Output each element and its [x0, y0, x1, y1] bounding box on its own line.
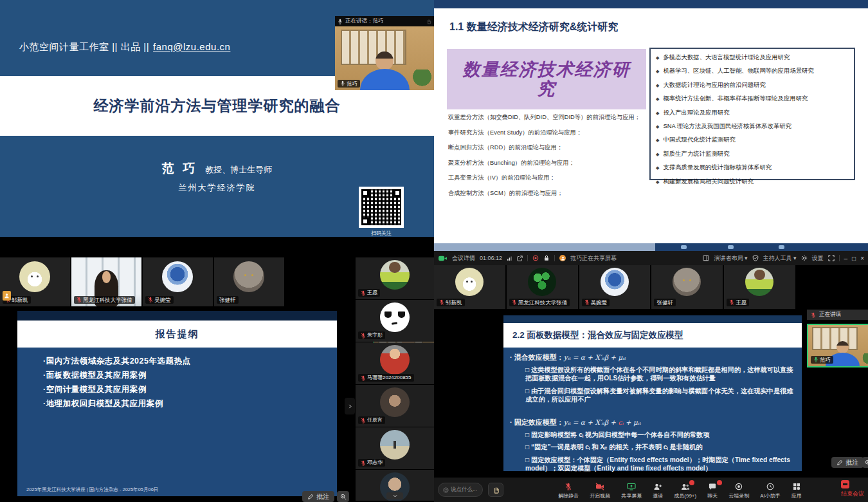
list-item: 工具变量方法（IV）的前沿理论与应用； — [448, 174, 646, 182]
participant-name: 邹新凯 — [12, 297, 28, 303]
slide-heading: 报告提纲 — [17, 321, 337, 348]
participant-name: 朱宇彤 — [367, 332, 383, 339]
meeting-control-bar: 说点什么... 解除静音 开启视频 共享屏幕 邀请 — [434, 478, 868, 502]
slide-heading: 1.1 数量经济技术经济研究&统计研究 — [434, 8, 868, 46]
meeting-info-button[interactable]: 会议详情 — [452, 254, 475, 263]
open-window-icon[interactable] — [517, 256, 523, 261]
list-item: 概率统计方法创新、非概率样本推断等理论及应用研究 — [663, 95, 808, 103]
workshop-credit-text: 小范空间计量工作室 || 出品 || — [19, 41, 149, 52]
mic-muted-icon — [439, 299, 444, 305]
participant-name: 黑龙江科技大学张倩 — [83, 297, 132, 303]
participant-tile[interactable]: 马珊珊2024200855 — [356, 342, 434, 384]
participant-tile[interactable]: 吴婉莹 — [579, 265, 651, 309]
slide-top-bar — [17, 311, 337, 321]
list-item: 双重差分方法（如交叠DID、队列DID、空间DID等）的前沿理论与应用； — [448, 113, 646, 122]
slide-top-bar — [434, 0, 868, 8]
avatar — [380, 430, 410, 460]
participant-tile-active-speaker[interactable]: 范巧 — [807, 324, 868, 367]
list-item: 聚束分析方法（Bunching）的前沿理论与应用； — [448, 159, 646, 167]
participant-name: 邹新凯 — [446, 299, 462, 306]
zoom-button[interactable] — [862, 457, 868, 468]
recording-icon[interactable] — [532, 255, 539, 261]
quick-chat-input[interactable]: 说点什么... — [438, 483, 483, 497]
participant-tile[interactable]: 朱宇彤 — [356, 300, 434, 342]
raise-hand-icon[interactable] — [426, 19, 431, 24]
mic-muted-icon — [729, 299, 734, 305]
participant-tile[interactable]: 王愿 — [356, 257, 434, 299]
participant-tile[interactable]: 任辰宵 — [356, 385, 434, 427]
share-screen-button[interactable]: 共享屏幕 — [621, 482, 642, 499]
unmute-button[interactable]: 解除静音 — [558, 482, 579, 499]
participant-filmstrip: 邹新凯 范巧 黑龙江科技大学张倩 吴婉莹 张健轩 王愿 — [434, 265, 868, 309]
lock-icon[interactable] — [543, 255, 550, 261]
quadrant-meeting-window: 会议详情 01:06:12 范巧正在共享屏幕 演讲者布局 ▾ 主持人工具 ▾ 设… — [434, 251, 868, 502]
list-item: ·空间计量模型及其应用案例 — [43, 383, 330, 397]
collapse-filmstrip-button[interactable] — [386, 492, 403, 499]
participant-tile[interactable]: 邹新凯 — [434, 265, 505, 309]
members-button[interactable]: 成员(99+) — [674, 482, 696, 499]
speaking-indicator: 正在讲话 — [807, 310, 868, 320]
participant-tile[interactable]: 黑龙江科技大学张倩 — [71, 257, 141, 306]
participant-name: 吴婉莹 — [591, 299, 608, 306]
mic-muted-icon — [361, 375, 366, 381]
participant-name: 范巧 — [347, 80, 357, 87]
apps-button[interactable]: 应用 — [791, 482, 802, 499]
email-link[interactable]: fanq@lzu.edu.cn — [153, 41, 230, 52]
end-meeting-icon — [841, 480, 849, 488]
participant-tile[interactable]: 王愿 — [724, 265, 795, 309]
participant-name: 黑龙江科技大学张倩 — [518, 299, 568, 306]
cloud-record-button[interactable]: 云端录制 — [728, 482, 749, 499]
next-slide-peek — [434, 243, 868, 251]
annotate-button[interactable]: 批注 — [831, 457, 863, 468]
ai-assistant-button[interactable]: AI小助手 — [760, 482, 781, 499]
gear-icon — [801, 255, 808, 261]
participant-name: 范巧 — [820, 357, 831, 363]
settings-button[interactable]: 设置 — [812, 254, 824, 263]
shared-slide: 报告提纲 ·国内方法领域杂志及其2025年选题热点 ·面板数据模型及其应用案例 … — [17, 311, 337, 496]
mic-muted-icon — [361, 333, 366, 339]
list-item: 多模态大数据、大语言模型统计理论及应用研究 — [663, 53, 790, 62]
fullscreen-icon[interactable] — [828, 255, 835, 261]
list-item: 支撑高质量发展的统计指标核算体系研究 — [663, 163, 772, 172]
people-icon — [681, 482, 690, 491]
list-item: 断点回归方法（RDD）的前沿理论与应用； — [448, 144, 646, 152]
reaction-button[interactable] — [488, 483, 503, 497]
mixed-model-line: · 混合效应模型：yᵢₜ = α + X′ᵢₜβ + μᵢₜ — [510, 353, 794, 362]
start-video-button[interactable]: 开启视频 — [590, 482, 610, 499]
speaker-title: 教授、博士生导师 — [205, 165, 272, 174]
participant-tile[interactable]: 张健轩 — [651, 265, 723, 309]
participant-tile[interactable]: 邓志华 — [356, 427, 434, 469]
participant-tile[interactable]: 吴婉莹 — [143, 257, 213, 306]
close-button[interactable]: × — [860, 255, 864, 262]
end-meeting-button[interactable]: 结束会议 — [841, 480, 868, 498]
minimize-button[interactable]: – — [844, 255, 848, 262]
expand-filmstrip-button[interactable] — [345, 398, 355, 414]
mic-muted-icon — [77, 297, 82, 302]
invite-button[interactable]: 邀请 — [653, 482, 663, 499]
participant-tile[interactable]: 黑龙江科技大学张倩 — [507, 265, 578, 309]
chat-button[interactable]: 聊天 — [707, 482, 718, 499]
slide-footer-band: 范 巧教授、博士生导师 兰州大学经济学院 扫码关注 — [0, 136, 434, 237]
speaking-label: 正在讲话 — [819, 311, 841, 319]
zoom-button[interactable] — [337, 491, 349, 502]
participant-tile[interactable]: 张健轩 — [214, 257, 284, 306]
slide-footer: 2025年黑龙江科技大学讲座 | 国内方法杂志 - 2025年05月06日 — [26, 487, 158, 493]
quadrant-outline-slide: 邹新凯 范巧 黑龙江科技大学张倩 吴婉莹 张健轩 王愿 — [0, 251, 434, 502]
maximize-button[interactable]: □ — [852, 255, 856, 262]
list-item: SNA 理论方法及我国国民经济核算体系改革研究 — [663, 122, 791, 131]
speaker-layout-button[interactable]: 演讲者布局 ▾ — [714, 254, 747, 263]
annotate-button[interactable]: 批注 — [302, 491, 334, 502]
qr-code — [359, 187, 404, 228]
annotate-label: 批注 — [845, 458, 858, 467]
mic-muted-icon — [361, 418, 366, 423]
host-tools-button[interactable]: 主持人工具 ▾ — [763, 254, 797, 263]
speaker-video-thumbnail[interactable]: 正在讲话：范巧 范巧 — [335, 16, 434, 90]
smiley-icon — [443, 487, 449, 493]
pen-icon — [307, 494, 314, 500]
avatar — [528, 268, 556, 296]
participant-tile-partial[interactable] — [356, 470, 434, 501]
participant-name: 张健轩 — [656, 299, 673, 306]
list-item: ·地理加权回归模型及其应用案例 — [43, 397, 330, 411]
mixed-model-label: · 混合效应模型： — [510, 353, 564, 361]
fixed-model-line: · 固定效应模型：yᵢₜ = α + X′ᵢₜβ + cᵢ + μᵢₜ — [510, 418, 794, 427]
